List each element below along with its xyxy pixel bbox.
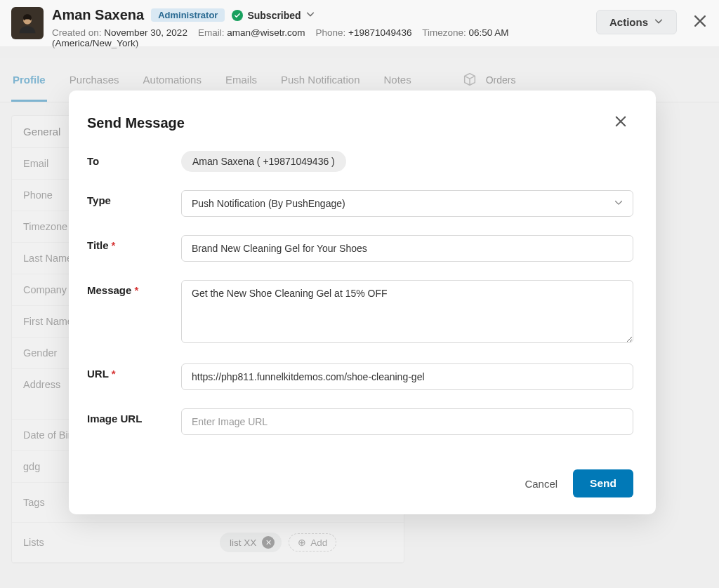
close-icon[interactable] bbox=[692, 13, 708, 31]
avatar bbox=[11, 7, 44, 39]
image-url-input[interactable] bbox=[181, 408, 633, 435]
chevron-down-icon bbox=[654, 16, 664, 28]
label-image-url: Image URL bbox=[87, 408, 181, 425]
label-type: Type bbox=[87, 190, 181, 206]
url-input[interactable] bbox=[181, 363, 633, 390]
modal-title: Send Message bbox=[87, 115, 185, 131]
cancel-button[interactable]: Cancel bbox=[525, 478, 558, 490]
role-badge: Administrator bbox=[151, 8, 225, 22]
label-message: Message* bbox=[87, 280, 181, 296]
send-message-modal: Send Message To Aman Saxena ( +198710494… bbox=[69, 91, 656, 514]
message-textarea[interactable]: Get the New Shoe Cleaning Gel at 15% OFF bbox=[181, 280, 633, 343]
check-badge-icon bbox=[232, 10, 243, 21]
label-url: URL* bbox=[87, 363, 181, 380]
modal-close-button[interactable] bbox=[614, 114, 633, 131]
actions-button[interactable]: Actions bbox=[596, 10, 677, 34]
subscribed-badge[interactable]: Subscribed bbox=[232, 9, 315, 21]
chevron-down-icon bbox=[305, 9, 315, 21]
recipient-chip: Aman Saxena ( +19871049436 ) bbox=[181, 151, 346, 172]
header-meta: Created on: November 30, 2022 Email: ama… bbox=[52, 27, 596, 48]
type-select[interactable]: Push Notification (By PushEngage) bbox=[181, 190, 633, 217]
label-to: To bbox=[87, 151, 181, 167]
label-title: Title* bbox=[87, 235, 181, 251]
title-input[interactable] bbox=[181, 235, 633, 262]
send-button[interactable]: Send bbox=[573, 469, 633, 497]
user-name: Aman Saxena bbox=[52, 7, 144, 23]
person-icon bbox=[15, 11, 39, 35]
